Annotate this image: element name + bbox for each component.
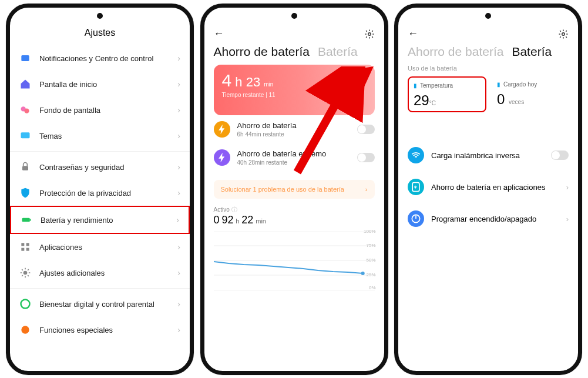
battery-mode-row[interactable]: Ahorro de batería6h 44min restante	[204, 115, 384, 143]
tab-ahorro[interactable]: Ahorro de batería	[408, 45, 503, 59]
row-label: Fondo de pantalla	[39, 106, 100, 115]
chevron-right-icon: ›	[566, 183, 569, 192]
bolt-icon	[214, 121, 230, 138]
chevron-right-icon: ›	[176, 215, 179, 225]
chevron-right-icon: ›	[177, 299, 180, 309]
battery-option-row[interactable]: Ahorro de batería en aplicaciones›	[398, 171, 578, 203]
svg-rect-3	[21, 132, 30, 138]
settings-row-notification[interactable]: Notificaciones y Centro de control ›	[10, 45, 190, 71]
settings-row-wellbeing[interactable]: Bienestar digital y control parental ›	[10, 291, 190, 317]
row-label: Contraseñas y seguridad	[39, 163, 125, 172]
row-label: Bienestar digital y control parental	[39, 300, 154, 309]
charged-today-card[interactable]: ▮Cargado hoy 0 veces	[492, 76, 569, 112]
bolt-icon	[214, 149, 230, 166]
special-icon	[19, 324, 31, 336]
toggle[interactable]	[357, 153, 375, 162]
svg-rect-4	[22, 166, 28, 170]
svg-rect-6	[30, 219, 31, 220]
back-icon[interactable]: ←	[408, 28, 418, 40]
row-label: Ajustes adicionales	[39, 269, 105, 277]
battery-option-row[interactable]: Programar encendido/apagado›	[398, 203, 578, 235]
gear-icon[interactable]	[364, 29, 375, 39]
settings-row-lock[interactable]: Contraseñas y seguridad ›	[10, 154, 190, 180]
home-icon	[19, 78, 31, 90]
svg-point-19	[361, 272, 364, 275]
temperature-card[interactable]: ▮Temperatura 29°C	[408, 76, 486, 112]
back-icon[interactable]: ←	[214, 28, 224, 40]
theme-icon	[19, 130, 31, 142]
wireless-icon	[408, 147, 424, 163]
chevron-right-icon: ›	[177, 79, 180, 89]
row-label: Notificaciones y Centro de control	[39, 54, 153, 63]
chevron-right-icon: ›	[566, 215, 569, 223]
svg-point-11	[23, 271, 28, 275]
page-title: Ajustes	[10, 28, 190, 38]
svg-rect-0	[21, 55, 29, 61]
row-label: Aplicaciones	[39, 243, 82, 252]
battery-option-row[interactable]: Carga inalámbrica inversa	[398, 139, 578, 171]
chevron-right-icon: ›	[177, 53, 180, 63]
phone-battery-saver: ← Ahorro de batería Batería 4 h 23 min T…	[200, 4, 388, 375]
svg-point-13	[21, 326, 29, 333]
battery-issue-banner[interactable]: Solucionar 1 problema de uso de la bater…	[214, 180, 375, 199]
chevron-right-icon: ›	[177, 188, 180, 198]
tab-bateria[interactable]: Batería	[318, 45, 358, 59]
chevron-right-icon: ›	[177, 162, 180, 172]
active-time: 0 92 h 22 min	[204, 214, 384, 228]
settings-row-special[interactable]: Funciones especiales ›	[10, 317, 190, 343]
settings-row-battery[interactable]: Batería y rendimiento ›	[10, 206, 190, 234]
battery-remaining-card[interactable]: 4 h 23 min Tiempo restante | 11	[214, 65, 375, 115]
row-label: Protección de la privacidad	[39, 189, 131, 198]
tab-ahorro[interactable]: Ahorro de batería	[214, 45, 310, 59]
settings-row-home[interactable]: Pantalla de inicio ›	[10, 71, 190, 97]
battery-icon	[21, 214, 32, 226]
svg-point-14	[368, 32, 371, 35]
gear-icon[interactable]	[558, 29, 569, 39]
svg-rect-5	[22, 218, 30, 222]
settings-row-theme[interactable]: Temas ›	[10, 123, 190, 149]
settings-row-wallpaper[interactable]: Fondo de pantalla ›	[10, 97, 190, 123]
thermometer-icon: ▮	[414, 82, 417, 89]
tab-bateria[interactable]: Batería	[512, 45, 552, 59]
chevron-right-icon: ›	[177, 242, 180, 252]
row-label: Temas	[39, 132, 62, 141]
settings-row-shield[interactable]: Protección de la privacidad ›	[10, 180, 190, 206]
svg-rect-7	[21, 243, 24, 246]
wellbeing-icon	[19, 298, 31, 310]
phone-settings: Ajustes Notificaciones y Centro de contr…	[6, 4, 194, 375]
battery-usage-graph: 100% 75% 50% 25% 0%	[214, 231, 375, 290]
chevron-right-icon: ›	[177, 105, 180, 115]
phone-battery-tab: ← Ahorro de batería Batería Uso de la ba…	[394, 4, 582, 375]
row-label: Pantalla de inicio	[39, 80, 97, 89]
svg-rect-8	[26, 243, 29, 246]
toggle[interactable]	[357, 125, 375, 134]
lock-icon	[19, 161, 31, 173]
gear-icon	[19, 267, 31, 279]
svg-rect-10	[26, 248, 29, 251]
notification-icon	[19, 52, 31, 64]
chevron-right-icon: ›	[177, 131, 180, 141]
toggle[interactable]	[551, 150, 569, 160]
svg-point-2	[24, 109, 29, 113]
chevron-right-icon: ›	[177, 268, 180, 277]
svg-point-12	[21, 300, 30, 309]
power-icon	[408, 210, 424, 227]
appsave-icon	[408, 179, 424, 195]
shield-icon	[19, 187, 31, 199]
svg-rect-9	[21, 248, 24, 251]
chevron-right-icon: ›	[177, 325, 180, 334]
apps-icon	[19, 241, 31, 253]
chevron-right-icon: ›	[365, 186, 368, 193]
settings-row-apps[interactable]: Aplicaciones ›	[10, 234, 190, 260]
battery-mode-row[interactable]: Ahorro de batería extremo40h 28min resta…	[204, 143, 384, 172]
settings-row-gear[interactable]: Ajustes adicionales ›	[10, 260, 190, 286]
row-label: Funciones especiales	[39, 326, 113, 334]
row-label: Batería y rendimiento	[41, 216, 113, 225]
svg-point-22	[562, 32, 565, 35]
plug-icon: ▮	[497, 81, 500, 88]
section-label: Uso de la batería	[398, 65, 578, 76]
wallpaper-icon	[19, 104, 31, 116]
